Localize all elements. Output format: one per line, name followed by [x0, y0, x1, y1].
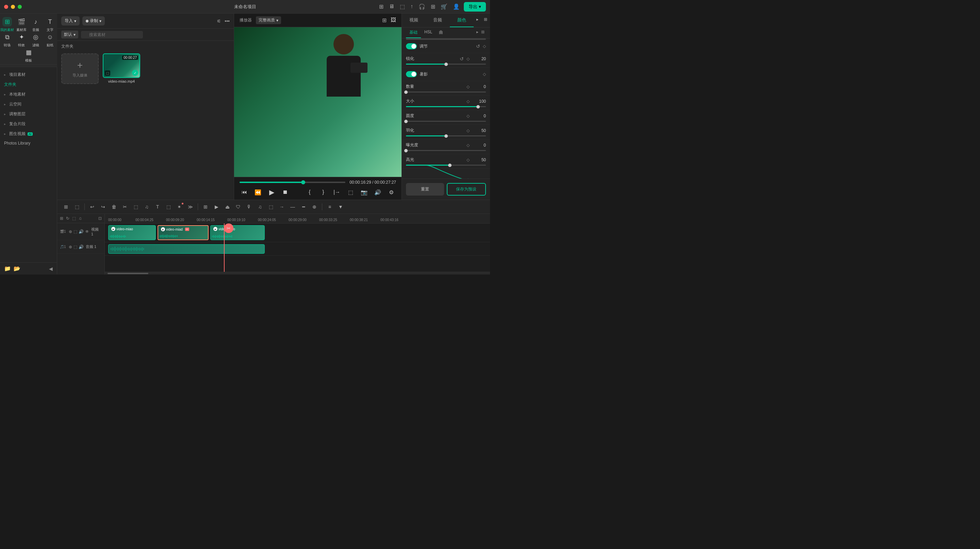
toolbar-text[interactable]: T 文字	[43, 17, 57, 32]
icon-1[interactable]: ⊞	[379, 3, 383, 10]
audio-volume-icon[interactable]: 🔊	[79, 244, 84, 249]
toolbar-filter[interactable]: ◎ 滤镜	[29, 32, 43, 48]
icon-5[interactable]: 🎧	[418, 3, 425, 10]
subtab-hsl[interactable]: HSL	[421, 27, 436, 38]
insert-button[interactable]: |→	[332, 187, 342, 197]
zoom-fit-icon[interactable]: ⊡	[98, 216, 102, 221]
toolbar-my-media[interactable]: ⊞ 我的素材	[0, 17, 14, 32]
toolbar-template[interactable]: ▦ 模板	[22, 48, 35, 63]
step-back-button[interactable]: ⏮	[240, 187, 249, 197]
sidebar-item-ai-video[interactable]: ▸图生视频 AI	[0, 129, 57, 139]
save-preset-button[interactable]: 保存为预设	[447, 183, 486, 195]
timeline-icon-4[interactable]: ♫	[79, 216, 82, 221]
volume-icon[interactable]: 🔊	[79, 229, 84, 234]
import-folder-button[interactable]: 📂	[14, 265, 21, 272]
audio-add-icon[interactable]: ⊕	[69, 244, 72, 249]
close-button[interactable]	[4, 5, 8, 9]
timeline-icon-2[interactable]: ↻	[66, 216, 69, 221]
edit-tool-delete[interactable]: 🗑	[109, 202, 119, 211]
photo-icon[interactable]: 🖼	[391, 17, 396, 24]
edit-tool-cut[interactable]: ✂	[120, 202, 130, 211]
fullscreen-preview-button[interactable]: ⬚	[346, 187, 355, 197]
tab-grid[interactable]: ⊞	[481, 14, 490, 27]
tab-color[interactable]: 颜色	[450, 14, 474, 27]
icon-4[interactable]: ↑	[410, 3, 413, 10]
sharpen-track[interactable]	[406, 63, 486, 65]
subtab-expand[interactable]: ⊞	[480, 27, 486, 38]
sidebar-item-adjust-layer[interactable]: ▸调整图层	[0, 109, 57, 119]
video-clip-1[interactable]: ▶ video-miao	[108, 225, 156, 240]
eye-icon[interactable]: 👁	[85, 229, 89, 234]
search-input[interactable]	[81, 31, 143, 38]
tab-audio[interactable]: 音频	[426, 14, 450, 27]
icon-8[interactable]: 👤	[453, 3, 460, 10]
record-button[interactable]: 录制 ▾	[82, 16, 105, 25]
edit-tool-crop[interactable]: ⬚	[131, 202, 140, 211]
export-button[interactable]: 导出 ▾	[464, 2, 486, 11]
sidebar-item-photos-library[interactable]: Photos Library	[0, 139, 57, 148]
edit-tool-mic[interactable]: 🎙	[244, 202, 254, 211]
subtab-basic[interactable]: 基础	[406, 27, 421, 38]
icon-7[interactable]: 🛒	[441, 3, 447, 10]
icon-3[interactable]: ⬚	[400, 3, 405, 10]
size-track[interactable]	[406, 106, 486, 107]
exposure-keyframe-icon[interactable]: ◇	[466, 143, 469, 148]
subtab-more[interactable]: ▸	[475, 27, 480, 38]
collapse-sidebar-button[interactable]: ◀	[49, 265, 53, 272]
filter-icon[interactable]: ⚟	[217, 18, 221, 24]
audio-menu-icon[interactable]: ⬚	[73, 244, 77, 249]
edit-tool-grid[interactable]: ⊞	[201, 202, 210, 211]
sharpen-reset-icon[interactable]: ↺	[460, 56, 464, 62]
timeline-icon-3[interactable]: ⬚	[72, 216, 76, 221]
vignette-keyframe-icon[interactable]: ◇	[483, 72, 486, 76]
edit-tool-eject[interactable]: ⏏	[223, 202, 232, 211]
subtab-curve[interactable]: 曲	[436, 27, 447, 38]
timeline-icon-1[interactable]: ⊞	[60, 216, 63, 221]
track-menu-icon[interactable]: ⬚	[73, 229, 77, 234]
grid-view-icon[interactable]: ⊞	[382, 17, 387, 24]
minimize-button[interactable]	[11, 5, 15, 9]
edit-tool-animate[interactable]: ✶	[175, 202, 184, 211]
progress-track[interactable]	[240, 182, 345, 183]
video-clip-2[interactable]: ▶ video-miad ✂	[158, 225, 208, 240]
size-keyframe-icon[interactable]: ◇	[466, 99, 469, 104]
more-icon[interactable]: •••	[224, 18, 230, 24]
frame-back-button[interactable]: ⏪	[253, 187, 263, 197]
icon-2[interactable]: 🖥	[389, 3, 395, 10]
edit-tool-more[interactable]: ≫	[185, 202, 195, 211]
sidebar-item-folder[interactable]: 文件夹	[0, 79, 57, 89]
video-clip-3[interactable]: ▶ video-miao	[210, 225, 265, 240]
adjust-reset-icon[interactable]: ↺	[476, 44, 480, 49]
audio-button[interactable]: 🔊	[373, 187, 382, 197]
toolbar-sticker[interactable]: ☺ 贴纸	[43, 32, 57, 48]
mark-out-button[interactable]: }	[318, 187, 328, 197]
feather-keyframe-icon[interactable]: ◇	[466, 128, 469, 133]
sharpen-keyframe-icon[interactable]: ◇	[466, 57, 469, 61]
import-button[interactable]: 导入 ▾	[61, 16, 80, 25]
highlight-keyframe-icon[interactable]: ◇	[466, 157, 469, 162]
edit-tool-music[interactable]: ♫	[255, 202, 265, 211]
playhead[interactable]: ✂	[224, 224, 224, 272]
adjust-toggle[interactable]	[406, 43, 417, 49]
toolbar-effects[interactable]: ✦ 特效	[14, 32, 28, 48]
edit-tool-audio[interactable]: ♫	[142, 202, 151, 211]
snapshot-button[interactable]: 📷	[360, 187, 369, 197]
edit-tool-box[interactable]: ⬚	[164, 202, 173, 211]
audio-clip-1[interactable]	[108, 244, 265, 254]
sidebar-item-cloud[interactable]: ▸云空间	[0, 99, 57, 109]
sidebar-item-composite[interactable]: ▸复合片段	[0, 119, 57, 129]
sort-dropdown[interactable]: 默认 ▾	[61, 31, 78, 38]
reset-button[interactable]: 重置	[406, 183, 444, 195]
edit-tool-split[interactable]: ⊞	[61, 202, 71, 211]
edit-tool-shield[interactable]: 🛡	[234, 202, 243, 211]
edit-tool-overlay[interactable]: ⬚	[266, 202, 275, 211]
edit-tool-more2[interactable]: ▼	[336, 202, 345, 211]
vignette-toggle[interactable]	[406, 71, 417, 77]
roundness-keyframe-icon[interactable]: ◇	[466, 114, 469, 118]
fullscreen-button[interactable]	[18, 5, 22, 9]
sidebar-item-project-media[interactable]: ▸项目素材	[0, 70, 57, 79]
edit-tool-minus[interactable]: —	[288, 202, 298, 211]
edit-tool-redo[interactable]: ↪	[98, 202, 108, 211]
toolbar-audio[interactable]: ♪ 音频	[29, 17, 43, 32]
edit-tool-menu[interactable]: ≡	[325, 202, 334, 211]
